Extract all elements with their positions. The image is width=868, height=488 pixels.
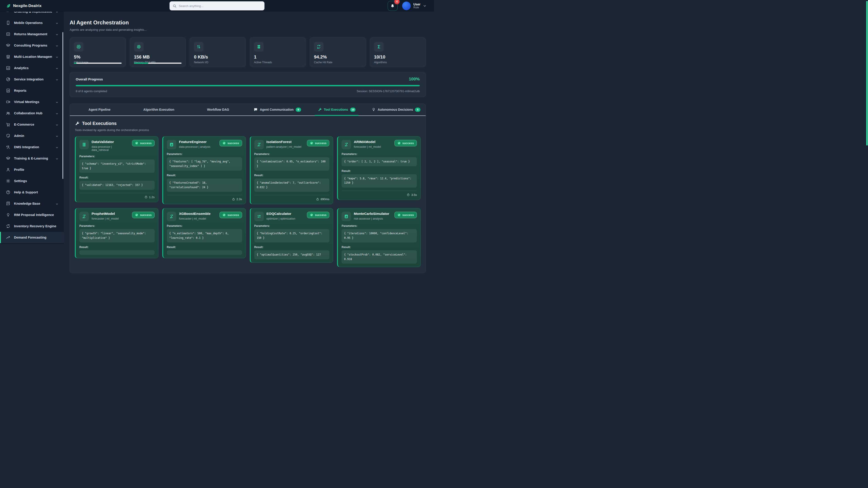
stat-label: Cache Hit Rate	[314, 61, 362, 64]
sidebar-item-label: Consulting Programs	[14, 43, 47, 47]
sidebar-item[interactable]: Reports	[0, 85, 64, 96]
global-search[interactable]	[169, 1, 265, 10]
sidebar-item-icon	[6, 179, 10, 183]
status-badge: success	[132, 212, 154, 218]
sidebar-item[interactable]: Virtual Meetings	[0, 96, 64, 107]
sidebar-item[interactable]: Mobile Operations	[0, 17, 64, 29]
chevron-down-icon	[56, 112, 58, 115]
tool-meta: forecaster | ml_model	[354, 145, 381, 149]
sidebar-item-label: Collaboration Hub	[14, 111, 42, 115]
status-badge: success	[395, 212, 417, 218]
sidebar-item-icon	[6, 21, 10, 25]
stat-progress-track	[74, 63, 122, 64]
sidebar-item[interactable]: Admin	[0, 130, 64, 141]
tab-label: Workflow DAG	[207, 108, 229, 111]
status-text: success	[227, 141, 239, 145]
sidebar-item-label: RIM Proposal Intelligence	[14, 213, 54, 217]
sidebar-scrollbar[interactable]	[62, 32, 63, 179]
tool-icon	[79, 212, 89, 221]
sidebar-item[interactable]: Training & E-Learning	[0, 153, 64, 164]
status-badge: success	[395, 140, 417, 147]
tab-icon	[372, 107, 376, 111]
sidebar-item[interactable]: Ordering & Replenishment	[0, 12, 64, 17]
sidebar-item[interactable]: Analytics	[0, 62, 64, 74]
tool-icon	[342, 140, 351, 149]
success-check-icon	[222, 141, 226, 145]
success-check-icon	[397, 141, 401, 145]
notifications-button[interactable]: 4	[388, 1, 398, 11]
sidebar-item[interactable]: Consulting Programs	[0, 40, 64, 51]
sidebar-item-label: Demand Forecasting	[14, 236, 46, 239]
stat-card: 5% CPU Usage	[70, 37, 126, 67]
tool-meta: forecaster | ml_model	[179, 217, 211, 220]
sidebar-item-icon	[6, 156, 10, 161]
bell-icon	[391, 4, 395, 8]
tool-icon	[79, 140, 89, 149]
sidebar-item[interactable]: RIM Proposal Intelligence	[0, 209, 64, 221]
status-text: success	[402, 141, 414, 145]
tool-meta: data-processor | data_retrieval	[92, 145, 129, 152]
sidebar-item-label: Service Integration	[14, 77, 43, 81]
result-value: { "validated": 12163, "rejected": 337 }	[79, 181, 155, 190]
parameters-value: { "order": [ 2, 1, 2 ], "seasonal": true…	[342, 157, 417, 166]
sidebar-item-icon	[6, 190, 10, 195]
sidebar-item[interactable]: Inventory Recovery Engine	[0, 221, 64, 232]
overall-progress-title: Overall Progress	[76, 77, 103, 81]
sidebar-item[interactable]: DMS Integration	[0, 141, 64, 153]
duration-row: 2.3s	[167, 195, 242, 201]
main-content: AI Agent Orchestration Agents are analyz…	[64, 12, 434, 244]
stat-progress-fill	[134, 63, 148, 64]
user-menu[interactable]: User Role	[402, 2, 426, 10]
tab-label: Agent Communication	[260, 108, 293, 111]
tool-name: DataValidator	[92, 140, 129, 144]
parameters-value: { "iterations": 10000, "confidenceLevel"…	[342, 229, 417, 242]
chevron-down-icon	[56, 78, 58, 80]
tab[interactable]: Tool Executions 10	[307, 104, 366, 116]
tab[interactable]: Autonomous Decisions 5	[366, 104, 426, 116]
session-id-text: Session: SESSION-1767120730791-m9mat2utb	[357, 90, 420, 93]
stat-card: 94.2% Cache Hit Rate	[310, 37, 366, 67]
tab[interactable]: Algorithm Execution	[129, 104, 188, 116]
tool-meta: data-processor | analysis	[179, 145, 211, 149]
tab[interactable]: Workflow DAG	[188, 104, 248, 116]
sidebar-item[interactable]: Demand Forecasting	[0, 232, 64, 243]
tool-execution-card: FeatureEngineer data-processor | analysi…	[162, 136, 246, 204]
tab[interactable]: Agent Communication 8	[248, 104, 307, 116]
search-icon	[173, 4, 177, 8]
sidebar-item[interactable]: Help & Support	[0, 187, 64, 198]
tool-execution-card: ProphetModel forecaster | ml_model succe…	[75, 208, 158, 244]
tab-count-badge: 8	[296, 107, 301, 112]
sidebar-item[interactable]: Service Integration	[0, 74, 64, 85]
status-badge: success	[219, 140, 242, 147]
parameters-value: { "contamination": 0.05, "n_estimators":…	[254, 157, 330, 170]
tool-name: EOQCalculator	[267, 212, 296, 216]
sidebar-item[interactable]: Returns Management	[0, 29, 64, 40]
tool-icon	[167, 140, 176, 149]
tab[interactable]: Agent Pipeline	[70, 104, 129, 116]
chevron-down-icon	[56, 44, 58, 47]
status-badge: success	[307, 212, 329, 218]
tool-execution-card: ARIMAModel forecaster | ml_model success…	[337, 136, 421, 200]
status-badge: success	[132, 140, 154, 147]
sidebar-item[interactable]: E-Commerce	[0, 119, 64, 130]
sidebar-item[interactable]: Multi-Location Management	[0, 51, 64, 62]
result-label: Result:	[342, 169, 417, 173]
status-text: success	[315, 141, 327, 145]
duration-text: 3.5s	[411, 193, 417, 197]
sidebar-item[interactable]: Knowledge Base	[0, 198, 64, 209]
sidebar-item[interactable]: Profile	[0, 164, 64, 175]
success-check-icon	[310, 213, 313, 217]
overall-progress-percent: 100%	[409, 76, 420, 82]
sidebar-item-icon	[6, 77, 10, 82]
chevron-down-icon	[56, 123, 58, 126]
status-text: success	[402, 213, 414, 217]
chevron-down-icon	[56, 55, 58, 58]
sidebar-item[interactable]: Settings	[0, 175, 64, 187]
chevron-down-icon	[56, 22, 58, 24]
search-input[interactable]	[179, 4, 261, 8]
stat-value: 10/10	[374, 55, 422, 60]
sidebar-item-icon	[6, 66, 10, 70]
brand-name: Nexgile-Dealrix	[13, 4, 41, 8]
sidebar-item[interactable]: Collaboration Hub	[0, 107, 64, 119]
parameters-label: Parameters:	[342, 224, 417, 228]
